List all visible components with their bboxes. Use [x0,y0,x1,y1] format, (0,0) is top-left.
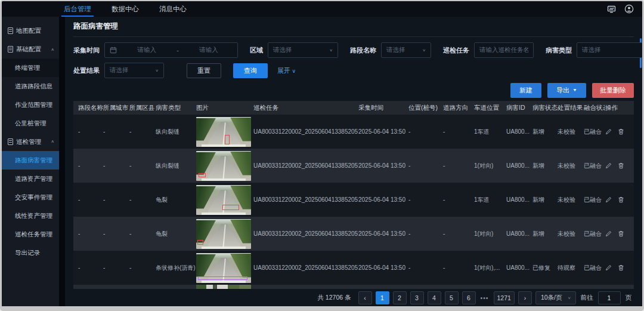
screen-monitor-icon[interactable] [607,5,616,14]
caret-down-icon: ▼ [572,88,577,92]
region-select[interactable]: 请选择 [268,42,338,58]
cell-time: 2025-06-04 13:50 [358,264,408,271]
sidebar-item-5[interactable]: 公里桩管理 [2,114,59,133]
sidebar-item-11[interactable]: 巡检任务管理 [2,225,59,244]
road-photo[interactable] [196,117,251,147]
batch-delete-button[interactable]: 批量删除 [592,83,634,98]
top-tab-1[interactable]: 数据中心 [109,1,141,17]
menu-doc-icon [8,138,13,145]
cell-fusion: 已融合 [584,196,605,204]
column-header-0: 路段名称 [78,104,103,112]
cell-direction: - [443,162,474,169]
cell-road: - [78,264,103,271]
cell-direction: - [443,230,474,237]
sidebar-item-label: 线性资产管理 [15,212,52,220]
search-button[interactable]: 查询 [233,63,268,78]
edit-icon[interactable] [605,230,612,237]
chevron-up-icon: ∧ [51,140,54,144]
cell-county: - [129,128,156,135]
edit-icon[interactable] [605,196,612,203]
sidebar-item-7[interactable]: 路面病害管理 [2,151,59,170]
delete-icon[interactable] [618,230,624,237]
table-header: 路段名称所属城市所属区县病害类型图片巡检任务采集时间位置(桩号)道路方向车道位置… [73,101,634,115]
result-select[interactable]: 请选择 [104,63,164,78]
sidebar-item-12[interactable]: 导出记录 [2,244,59,262]
page-button-6[interactable]: 6 [462,291,476,304]
sidebar-item-1[interactable]: 基础配置∧ [2,40,59,58]
disease-type-select[interactable]: 请选择 [577,42,644,58]
topbar: 后台管理数据中心消息中心 [2,1,642,17]
user-avatar-icon[interactable] [624,4,634,14]
road-photo[interactable] [196,151,251,181]
cell-city: - [103,264,129,271]
sidebar-item-9[interactable]: 交安事件管理 [2,188,59,207]
cell-id: UA800... [506,264,532,271]
export-label: 导出 [556,86,569,95]
edit-icon[interactable] [605,264,612,271]
column-header-11: 病害状态 [532,104,558,112]
sidebar-item-6[interactable]: 巡检管理∧ [2,133,59,151]
inspection-task-label: 巡检任务 [443,46,469,55]
date-range-input[interactable]: 请输入 - 请输入 [104,42,238,58]
page-button-4[interactable]: 4 [428,291,441,304]
new-button[interactable]: 新建 [510,83,541,98]
goto-page-input[interactable] [598,291,621,304]
sidebar-item-2[interactable]: 终端管理 [2,58,59,77]
sidebar-item-label: 道路资产管理 [15,175,52,183]
calendar-icon [110,47,117,54]
cell-actions [605,162,629,169]
last-page-button[interactable]: 1271 [494,291,515,304]
cell-type: 纵向裂缝 [156,162,196,170]
cell-id: UA800... [506,230,532,237]
column-header-1: 所属城市 [103,104,129,112]
cell-county: - [129,230,156,237]
sidebar-item-0[interactable]: 地图配置 [2,21,59,40]
goto-suffix: 页 [626,294,632,302]
cell-time: 2025-06-04 13:50 [358,196,408,203]
reset-button[interactable]: 重置 [187,63,221,78]
page-size-select[interactable]: 10条/页 [535,291,576,304]
delete-icon[interactable] [618,264,624,271]
cell-task: UA800331220002_20250604133852059 [253,230,358,237]
date-start-placeholder: 请输入 [123,46,171,54]
cell-direction: - [443,196,474,203]
column-header-2: 所属区县 [129,104,156,112]
inspection-task-input[interactable]: 请输入巡检任务名称 [474,42,534,58]
delete-icon[interactable] [618,128,624,135]
delete-icon[interactable] [618,196,624,203]
edit-icon[interactable] [605,162,612,169]
photo-strip [202,247,246,249]
sidebar-item-3[interactable]: 道路路段信息 [2,77,59,96]
road-name-select[interactable]: 请选择 [381,42,431,58]
page-button-1[interactable]: 1 [376,291,389,304]
page-button-2[interactable]: 2 [393,291,407,304]
export-button[interactable]: 导出▼ [547,83,586,98]
delete-icon[interactable] [618,162,624,169]
photo-strip [202,178,246,181]
cell-actions [605,230,629,237]
table-actions: 新建 导出▼ 批量删除 [73,79,634,101]
page-list: 123456 [376,291,476,304]
next-page-button[interactable]: › [518,291,532,304]
page-button-5[interactable]: 5 [445,291,459,304]
road-photo[interactable] [196,253,251,283]
sidebar-item-10[interactable]: 线性资产管理 [2,207,59,225]
sidebar-item-4[interactable]: 作业范围管理 [2,96,59,114]
top-tab-0[interactable]: 后台管理 [61,1,94,17]
cell-task: UA800331220002_20250604133852059 [253,162,358,169]
expand-filters-link[interactable]: 展开 [277,66,296,75]
column-header-3: 病害类型 [156,104,196,112]
column-header-9: 车道位置 [474,104,506,112]
sidebar-item-8[interactable]: 道路资产管理 [2,170,59,188]
top-tab-2[interactable]: 消息中心 [157,1,189,17]
edit-icon[interactable] [605,128,612,135]
cell-task: UA800331220002_20250604133852059 [253,128,358,135]
column-header-12: 处置结果 [558,104,584,112]
road-photo-sliver [196,285,251,289]
cell-status: 新增 [532,128,558,136]
chevron-up-icon: ∧ [51,47,54,51]
prev-page-button[interactable]: ‹ [358,291,372,304]
road-photo[interactable] [196,219,251,249]
road-photo[interactable] [196,185,251,215]
page-button-3[interactable]: 3 [410,291,424,304]
